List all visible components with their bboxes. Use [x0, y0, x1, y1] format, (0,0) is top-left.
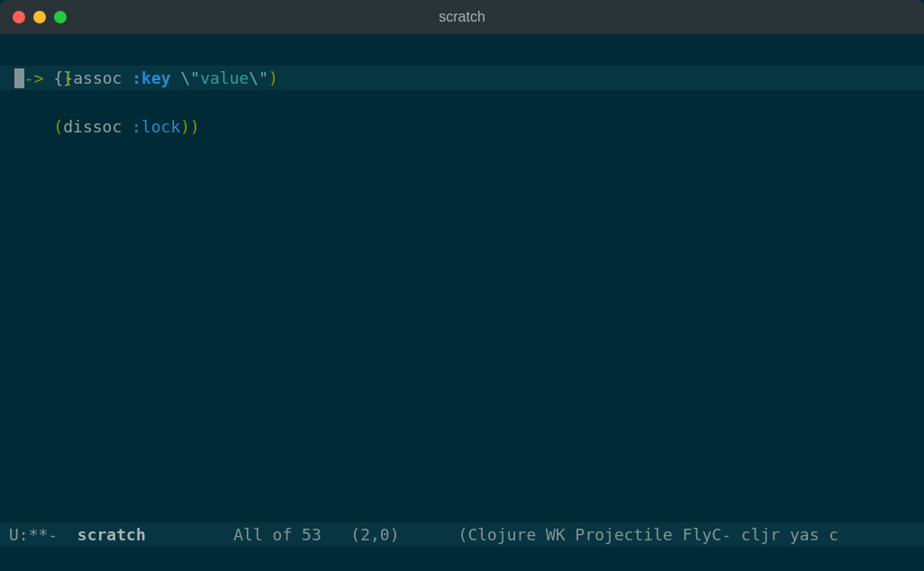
close-icon[interactable] [13, 11, 25, 23]
paren-close: )) [180, 117, 200, 136]
paren-close: ) [268, 68, 278, 87]
mode-line[interactable]: U:**- scratch All of 53 (2,0) (Clojure W… [0, 522, 924, 547]
minibuffer[interactable] [0, 547, 924, 571]
editor-area[interactable]: (-> {} (assoc :key \"value\") (dissoc :l… [0, 34, 924, 522]
minimize-icon[interactable] [33, 11, 46, 23]
code-line: (dissoc :lock)) [0, 90, 924, 114]
keyword-lock: :lock [131, 117, 180, 136]
cursor-position: (2,0) [350, 525, 399, 544]
titlebar: scratch [0, 0, 924, 34]
paren-open: ( [53, 117, 63, 136]
buffer-name: scratch [77, 525, 146, 544]
window-title: scratch [439, 9, 485, 25]
keyword-key: :key [131, 68, 170, 87]
buffer-status: U:**- [9, 525, 77, 544]
window-controls [13, 11, 67, 23]
fn-assoc: assoc [73, 68, 131, 87]
maximize-icon[interactable] [54, 11, 67, 23]
major-minor-modes: (Clojure WK Projectile FlyC- cljr yas c [458, 525, 839, 544]
string-value: value [200, 68, 249, 87]
current-line: (assoc :key \"value\") [0, 66, 924, 90]
code-line: (-> {} [0, 41, 924, 66]
position-indicator: All of 53 [233, 525, 322, 544]
escaped-quote: \" [249, 68, 268, 87]
escaped-quote: \" [180, 68, 200, 87]
paren-open: ( [63, 68, 73, 87]
fn-dissoc: dissoc [63, 117, 131, 136]
